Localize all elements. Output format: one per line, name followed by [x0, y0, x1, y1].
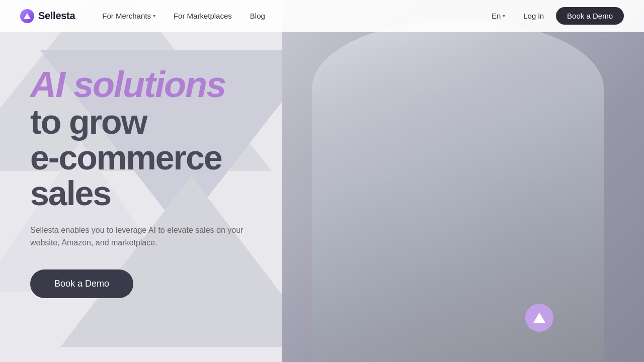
hero-subtitle: Sellesta enables you to leverage AI to e… — [30, 224, 252, 249]
nav-links: For Merchants ▾ For Marketplaces Blog — [95, 8, 486, 24]
hero-content: AI solutions to grow e-commerce sales Se… — [0, 32, 292, 362]
nav-for-marketplaces[interactable]: For Marketplaces — [167, 8, 239, 24]
sellesta-sticker — [525, 304, 553, 332]
logo-icon — [20, 9, 34, 23]
logo-text: Sellesta — [38, 10, 75, 22]
person-figure — [312, 20, 604, 362]
navbar: Sellesta For Merchants ▾ For Marketplace… — [0, 0, 644, 32]
nav-right: En ▾ Log in Book a Demo — [486, 7, 624, 25]
nav-for-merchants[interactable]: For Merchants ▾ — [95, 8, 163, 24]
logo-link[interactable]: Sellesta — [20, 9, 75, 23]
login-button[interactable]: Log in — [515, 8, 552, 24]
hero-title: AI solutions to grow e-commerce sales — [30, 66, 262, 212]
book-demo-nav-button[interactable]: Book a Demo — [556, 7, 624, 25]
hero-title-ai: AI solutions — [30, 64, 225, 105]
hero-image-area — [282, 0, 644, 362]
hero-title-line2: to grow e-commerce sales — [30, 103, 222, 213]
language-selector[interactable]: En ▾ — [486, 8, 511, 24]
book-demo-hero-button[interactable]: Book a Demo — [30, 269, 133, 298]
chevron-down-icon: ▾ — [503, 13, 505, 19]
chevron-down-icon: ▾ — [153, 13, 155, 19]
nav-blog[interactable]: Blog — [243, 8, 272, 24]
